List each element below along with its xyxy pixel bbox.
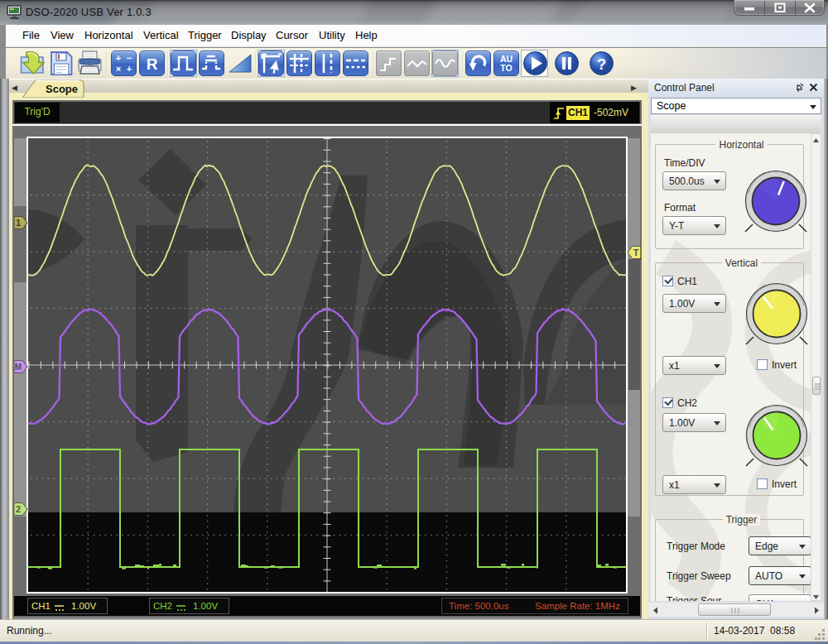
svg-text:TO: TO	[500, 63, 512, 73]
svg-text:−: −	[127, 53, 132, 63]
svg-text:+: +	[116, 53, 121, 63]
svg-text:?: ?	[597, 55, 607, 73]
svg-text:×: ×	[116, 64, 121, 74]
svg-text:+: +	[127, 64, 132, 74]
svg-text:R: R	[147, 55, 158, 73]
